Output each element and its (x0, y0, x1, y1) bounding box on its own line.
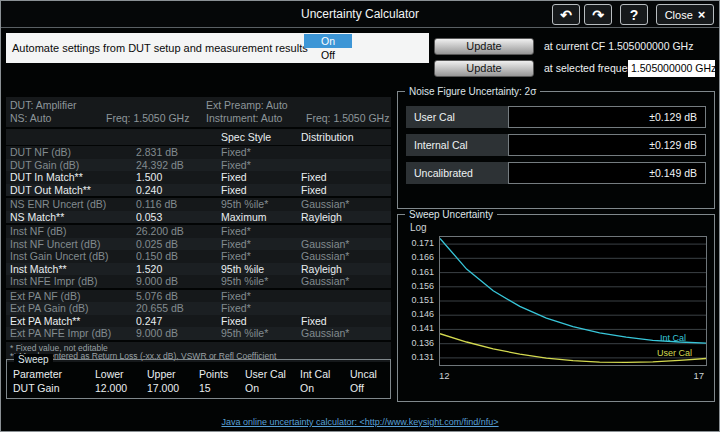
param-spec: Fixed* (221, 146, 301, 159)
help-icon: ? (630, 7, 639, 23)
update-selected-freq-row: Update at selected frequency 1.505000000… (434, 60, 715, 77)
param-dist: Gaussian* (301, 198, 391, 211)
sweep-section-title: Sweep (14, 354, 53, 365)
param-row: Inst Gain Uncert (dB)0.150 dBFixed*Gauss… (6, 250, 391, 263)
sweep-data-rows: DUT Gain12.00017.00015OnOnOff (7, 381, 390, 395)
param-spec: Fixed* (221, 302, 301, 315)
sweep-cell[interactable]: On (300, 381, 350, 395)
update-current-cf-label: at current CF 1.505000000 GHz (544, 38, 693, 55)
param-label: DUT NF (dB) (6, 146, 136, 159)
param-row: NS ENR Uncert (dB)0.116 dB95th %ile*Gaus… (6, 198, 391, 211)
param-value[interactable]: 0.247 (136, 315, 221, 328)
sweep-cell: 15 (199, 381, 245, 395)
param-value[interactable]: 0.240 (136, 184, 221, 197)
sweep-cell: 12.000 (95, 381, 147, 395)
param-label: DUT Out Match** (6, 184, 136, 197)
sweep-cell[interactable]: Off (350, 381, 392, 395)
close-label: Close (665, 9, 693, 21)
undo-icon: ↶ (560, 7, 572, 23)
param-dist (301, 159, 391, 172)
ext-preamp-label: Ext Preamp: Auto (202, 99, 391, 112)
nf-result-value: ±0.149 dB (508, 162, 706, 184)
param-value[interactable]: 0.053 (136, 211, 221, 224)
update-current-cf-button[interactable]: Update (434, 38, 534, 55)
nf-result-row: Uncalibrated±0.149 dB (406, 162, 706, 184)
param-spec[interactable]: 95th %ile (221, 263, 301, 276)
selected-frequency-field[interactable]: 1.505000000 GHz (628, 60, 715, 77)
undo-button[interactable]: ↶ (552, 4, 580, 25)
param-spec: 95th %ile* (221, 275, 301, 288)
param-label: Inst NF (dB) (6, 225, 136, 238)
automate-label: Automate settings from DUT setup and mea… (12, 33, 308, 63)
titlebar-buttons: ↶ ↷ ? Close × (552, 4, 714, 25)
redo-icon: ↷ (592, 7, 604, 23)
param-value: 20.655 dB (136, 302, 221, 315)
param-value[interactable]: 1.520 (136, 263, 221, 276)
param-dist[interactable]: Rayleigh (301, 263, 391, 276)
param-value[interactable]: 1.500 (136, 171, 221, 184)
param-row: Inst NF Uncert (dB)0.025 dBFixed*Gaussia… (6, 238, 391, 251)
sweep-header-row: ParameterLowerUpperPointsUser CalInt Cal… (7, 367, 390, 381)
param-row: DUT In Match**1.500FixedFixed (6, 171, 391, 184)
nf-uncertainty-section: Noise Figure Uncertainty: 2σ User Cal±0.… (397, 91, 715, 209)
nf-rows: User Cal±0.129 dBInternal Cal±0.129 dBUn… (398, 92, 714, 184)
y-tick-label: 0.146 (411, 310, 434, 319)
param-dist (301, 225, 391, 238)
param-dist[interactable]: Fixed (301, 315, 391, 328)
automate-settings-panel: Automate settings from DUT setup and mea… (6, 33, 429, 63)
param-spec: 95th %ile* (221, 198, 301, 211)
param-dist[interactable]: Fixed (301, 171, 391, 184)
y-tick-label: 0.131 (411, 353, 434, 362)
uncertainty-calculator-window: Uncertainty Calculator ↶ ↷ ? Close × Aut… (0, 0, 720, 432)
param-dist: Gaussian* (301, 275, 391, 288)
sweep-cell[interactable]: On (245, 381, 300, 395)
legend-user-cal: User Cal (657, 349, 692, 358)
param-label: Inst NF Uncert (dB) (6, 238, 136, 251)
param-label: Ext PA Match** (6, 315, 136, 328)
online-calculator-link[interactable]: Java online uncertainty calculator: <htt… (221, 417, 498, 427)
param-label: Inst Gain Uncert (dB) (6, 250, 136, 263)
param-dist: Gaussian* (301, 250, 391, 263)
param-dist (301, 302, 391, 315)
param-label: Ext PA Gain (dB) (6, 302, 136, 315)
param-row: DUT Gain (dB)24.392 dBFixed* (6, 159, 391, 172)
param-dist: Gaussian* (301, 238, 391, 251)
nf-result-row: Internal Cal±0.129 dB (406, 134, 706, 156)
redo-button[interactable]: ↷ (584, 4, 612, 25)
y-tick-label: 0.161 (411, 268, 434, 277)
param-spec[interactable]: Fixed (221, 171, 301, 184)
param-dist[interactable]: Rayleigh (301, 211, 391, 224)
param-spec: Fixed* (221, 159, 301, 172)
sweep-header-cell: Upper (147, 367, 199, 381)
sweep-header-cell: Parameter (7, 367, 95, 381)
param-value: 5.076 dB (136, 290, 221, 303)
param-row: Inst Match**1.52095th %ileRayleigh (6, 263, 391, 276)
sweep-header-cell: Uncal (350, 367, 392, 381)
param-spec[interactable]: Fixed (221, 184, 301, 197)
x-tick-max: 17 (693, 370, 704, 381)
update-selected-freq-button[interactable]: Update (434, 60, 534, 77)
param-dist[interactable]: Fixed (301, 184, 391, 197)
close-button[interactable]: Close × (656, 4, 714, 25)
help-button[interactable]: ? (620, 4, 648, 25)
automate-off-option[interactable]: Off (304, 48, 352, 62)
param-row: Inst NF (dB)26.200 dBFixed* (6, 225, 391, 238)
automate-on-option[interactable]: On (304, 34, 352, 48)
param-spec: Fixed* (221, 290, 301, 303)
param-label: NS Match** (6, 211, 136, 224)
nf-result-row: User Cal±0.129 dB (406, 106, 706, 128)
param-spec[interactable]: Fixed (221, 315, 301, 328)
param-dist (301, 290, 391, 303)
sweep-uncertainty-section: Sweep Uncertainty Log 0.1710.1660.1610.1… (397, 214, 715, 402)
param-group: Ext PA NF (dB)5.076 dBFixed*Ext PA Gain … (6, 290, 391, 340)
param-row: Inst NFE Impr (dB)9.000 dB95th %ile*Gaus… (6, 275, 391, 288)
param-spec: Fixed* (221, 225, 301, 238)
param-label: Ext PA NFE Impr (dB) (6, 327, 136, 340)
ns-label: NS: Auto (6, 112, 102, 125)
param-spec[interactable]: Maximum (221, 211, 301, 224)
sweep-chart (440, 237, 706, 365)
y-tick-label: 0.171 (411, 239, 434, 248)
titlebar: Uncertainty Calculator ↶ ↷ ? Close × (1, 1, 719, 28)
param-row: NS Match**0.053MaximumRayleigh (6, 211, 391, 224)
param-label: Ext PA NF (dB) (6, 290, 136, 303)
